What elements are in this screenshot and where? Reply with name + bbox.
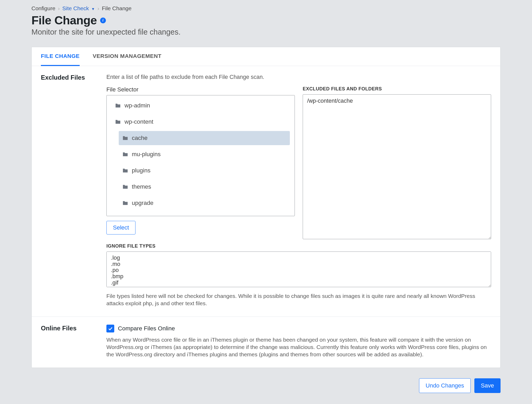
folder-icon — [122, 136, 128, 140]
save-button[interactable]: Save — [474, 378, 501, 393]
ignore-file-types-textarea[interactable] — [106, 252, 491, 287]
tree-item-label: wp-admin — [124, 102, 150, 109]
page-title-text: File Change — [31, 14, 97, 27]
tree-item[interactable]: mu-plugins — [119, 147, 290, 161]
tab-file-change[interactable]: FILE CHANGE — [41, 47, 80, 66]
undo-changes-button[interactable]: Undo Changes — [419, 378, 471, 393]
action-bar: Undo Changes Save — [31, 378, 501, 393]
tree-item-label: upgrade — [132, 200, 154, 206]
tree-item-label: plugins — [132, 167, 150, 174]
page-subtitle: Monitor the site for unexpected file cha… — [31, 28, 501, 36]
breadcrumb-root[interactable]: Configure — [31, 5, 55, 11]
info-icon[interactable]: i — [100, 18, 106, 23]
tree-item[interactable]: upgrade — [119, 196, 290, 210]
online-files-description: When any WordPress core file or file in … — [106, 336, 491, 358]
tree-item-label: wp-content — [124, 118, 153, 125]
tree-item[interactable]: cache — [119, 131, 290, 145]
chevron-down-icon[interactable]: ▼ — [91, 7, 95, 11]
chevron-right-icon: › — [97, 5, 99, 11]
tab-version-management[interactable]: VERSION MANAGEMENT — [93, 47, 161, 66]
folder-icon — [122, 201, 128, 205]
compare-files-online-label: Compare Files Online — [118, 325, 175, 332]
folder-icon — [122, 168, 128, 173]
check-icon — [108, 326, 113, 331]
tree-item[interactable]: plugins — [119, 163, 290, 178]
section-description: Enter a list of file paths to exclude fr… — [106, 74, 491, 80]
settings-card: FILE CHANGE VERSION MANAGEMENT Excluded … — [31, 47, 501, 368]
folder-icon — [115, 103, 121, 108]
tabs: FILE CHANGE VERSION MANAGEMENT — [32, 47, 500, 66]
tree-item[interactable]: wp-admin — [111, 99, 290, 113]
ignore-file-types-label: IGNORE FILE TYPES — [106, 243, 491, 249]
file-selector-label: File Selector — [106, 86, 295, 93]
section-label: Online Files — [41, 325, 106, 358]
tree-item[interactable]: wp-content — [111, 115, 290, 129]
select-button[interactable]: Select — [106, 221, 135, 234]
tree-item-label: themes — [132, 183, 151, 190]
breadcrumb: Configure › Site Check ▼ › File Change — [31, 5, 501, 12]
tree-item-label: mu-plugins — [132, 151, 161, 158]
breadcrumb-site-check[interactable]: Site Check — [62, 5, 89, 11]
ignore-file-types-footnote: File types listed here will not be check… — [106, 292, 491, 307]
section-online-files: Online Files Compare Files Online When a… — [32, 316, 500, 368]
tree-item[interactable]: themes — [119, 180, 290, 194]
excluded-files-label: EXCLUDED FILES AND FOLDERS — [303, 86, 491, 92]
chevron-right-icon: › — [58, 5, 60, 11]
excluded-files-textarea[interactable] — [303, 94, 491, 239]
tree-item-label: cache — [132, 135, 148, 141]
compare-files-online-checkbox[interactable] — [106, 325, 114, 332]
page-title: File Change i — [31, 14, 501, 27]
section-excluded-files: Excluded Files Enter a list of file path… — [32, 66, 500, 316]
folder-icon — [122, 152, 128, 157]
file-tree[interactable]: wp-adminwp-contentcachemu-pluginsplugins… — [106, 95, 295, 216]
folder-icon — [115, 119, 121, 124]
breadcrumb-leaf: File Change — [102, 5, 132, 11]
folder-icon — [122, 184, 128, 189]
section-label: Excluded Files — [41, 74, 106, 307]
